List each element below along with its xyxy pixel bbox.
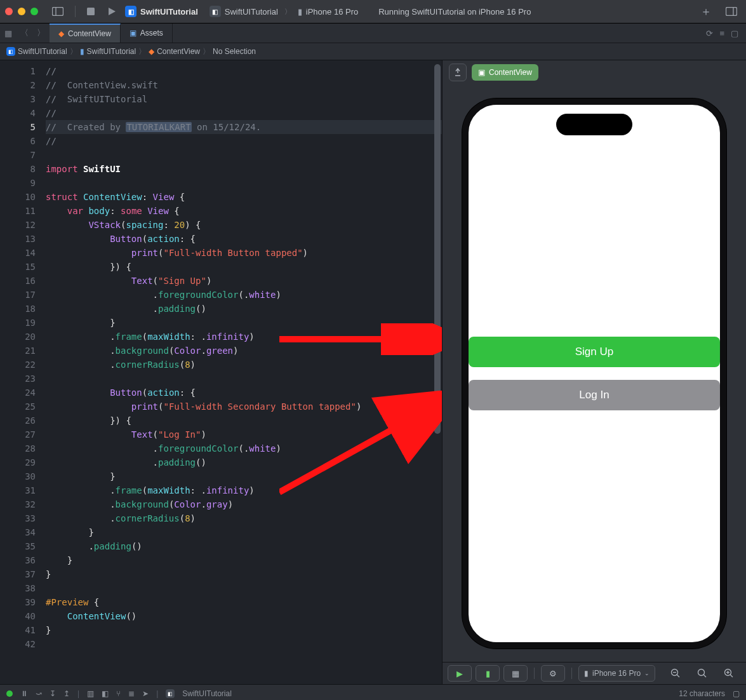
chevron-right-icon: 〉 [203, 46, 210, 57]
preview-toolbar: ▶ ▮ ▦ ⚙ ▮ iPhone 16 Pro ⌄ [443, 662, 746, 684]
library-toggle-icon[interactable] [722, 7, 741, 16]
tab-contentview[interactable]: ◆ ContentView [50, 24, 121, 43]
preview-chip[interactable]: ▣ ContentView [472, 64, 538, 81]
project-title-label: SwiftUITutorial [140, 7, 198, 17]
main-split: 1234567891011121314151617181920212223242… [0, 60, 746, 684]
dynamic-island [556, 114, 632, 135]
build-status-label: Running SwiftUITutorial on iPhone 16 Pro [378, 7, 531, 17]
add-button[interactable]: ＋ [696, 4, 716, 19]
bottom-panel-toggle-icon[interactable]: ▢ [733, 689, 740, 698]
scheme-app-label: SwiftUITutorial [225, 7, 278, 17]
preview-chip-label: ContentView [489, 68, 532, 77]
folder-icon: ▮ [80, 47, 84, 56]
char-count-label: 12 characters [679, 689, 725, 698]
maximize-window-button[interactable] [30, 8, 38, 15]
minimize-window-button[interactable] [18, 8, 25, 15]
debug-target-label[interactable]: SwiftUITutorial [182, 689, 232, 698]
step-into-icon[interactable]: ↧ [50, 689, 56, 698]
device-name: iPhone 16 Pro [592, 669, 641, 678]
preview-chip-icon: ▣ [478, 68, 485, 77]
svg-line-14 [703, 675, 706, 677]
vertical-scrollbar[interactable] [434, 64, 441, 680]
scheme-selector[interactable]: ◧ SwiftUITutorial 〉 ▮ iPhone 16 Pro [210, 6, 358, 17]
svg-rect-0 [53, 8, 63, 16]
step-out-icon[interactable]: ↥ [63, 689, 70, 698]
svg-line-16 [730, 675, 733, 677]
code-editor[interactable]: 1234567891011121314151617181920212223242… [0, 60, 442, 684]
assets-icon: ▣ [130, 29, 137, 37]
project-title[interactable]: ◧ SwiftUITutorial [125, 6, 198, 17]
crumb-folder[interactable]: SwiftUITutorial [87, 47, 137, 56]
scheme-app-icon: ◧ [210, 6, 221, 17]
adjust-editor-icon[interactable]: ≡ [719, 29, 724, 38]
crumb-file[interactable]: ContentView [157, 47, 200, 56]
debug-pause-icon[interactable]: ⏸ [20, 689, 28, 698]
preview-panel: ▣ ContentView Sign Up Log In ▶ ▮ ▦ ⚙ ▮ i… [442, 60, 746, 684]
login-button[interactable]: Log In [469, 380, 720, 410]
tab-assets[interactable]: ▣ Assets [121, 24, 173, 43]
selectable-mode-button[interactable]: ▮ [476, 665, 500, 682]
iphone-frame: Sign Up Log In [462, 98, 726, 649]
line-gutter: 1234567891011121314151617181920212223242… [0, 60, 42, 684]
related-items-icon[interactable]: ▦ [4, 29, 12, 38]
window-controls [5, 8, 38, 15]
debug-target-icon: ◧ [166, 689, 175, 698]
crumb-project[interactable]: SwiftUITutorial [18, 47, 67, 56]
panels-icon[interactable]: ▢ [731, 29, 738, 38]
debug-hierarchy-icon[interactable]: ⑂ [116, 689, 121, 698]
login-label: Log In [579, 389, 609, 401]
project-icon: ◧ [6, 47, 15, 56]
chevron-right-icon: 〉 [138, 46, 146, 57]
tab-label: ContentView [68, 29, 111, 38]
nav-back-icon[interactable]: 〈 [20, 27, 29, 39]
titlebar: ◧ SwiftUITutorial ◧ SwiftUITutorial 〉 ▮ … [0, 0, 746, 24]
zoom-fit-button[interactable] [690, 665, 714, 682]
status-led-icon [6, 690, 13, 697]
app-icon: ◧ [125, 6, 137, 17]
pin-preview-button[interactable] [449, 64, 467, 81]
debug-memory-icon[interactable]: ◧ [102, 689, 109, 698]
preview-canvas[interactable]: Sign Up Log In [443, 84, 746, 662]
tab-bar: ▦ 〈 〉 ◆ ContentView ▣ Assets ⟳ ≡ ▢ [0, 24, 746, 43]
chevron-right-icon: 〉 [284, 7, 291, 17]
device-icon: ▮ [584, 669, 589, 678]
live-preview-button[interactable]: ▶ [448, 665, 472, 682]
debug-layers-icon[interactable]: ≣ [128, 689, 135, 698]
zoom-out-button[interactable] [663, 665, 688, 682]
swift-file-icon: ◆ [149, 47, 154, 56]
svg-marker-3 [109, 8, 116, 15]
device-icon: ▮ [298, 7, 302, 17]
swift-file-icon: ◆ [58, 29, 64, 38]
step-over-icon[interactable]: ⤻ [36, 689, 42, 698]
svg-line-11 [677, 675, 679, 677]
tab-label: Assets [140, 29, 163, 37]
status-bar: ⏸ ⤻ ↧ ↥ | ▥ ◧ ⑂ ≣ ➤ | ◧ SwiftUITutorial … [0, 684, 746, 700]
code-area[interactable]: //// ContentView.swift// SwiftUITutorial… [42, 60, 442, 684]
close-window-button[interactable] [5, 8, 13, 15]
run-button[interactable] [103, 7, 120, 16]
chevron-down-icon: ⌄ [644, 670, 649, 676]
crumb-selection[interactable]: No Selection [213, 47, 256, 56]
scheme-device-label: iPhone 16 Pro [306, 7, 358, 17]
device-dropdown[interactable]: ▮ iPhone 16 Pro ⌄ [578, 665, 655, 682]
zoom-in-button[interactable] [717, 665, 741, 682]
svg-rect-2 [87, 8, 95, 15]
signup-label: Sign Up [575, 346, 613, 358]
breadcrumb: ◧ SwiftUITutorial 〉 ▮ SwiftUITutorial 〉 … [0, 43, 746, 60]
stop-button[interactable] [83, 8, 98, 15]
svg-rect-4 [726, 8, 737, 16]
device-settings-button[interactable]: ⚙ [541, 665, 565, 682]
nav-forward-icon[interactable]: 〉 [37, 27, 45, 39]
signup-button[interactable]: Sign Up [469, 337, 720, 367]
debug-location-icon[interactable]: ➤ [142, 689, 149, 698]
chevron-right-icon: 〉 [70, 46, 77, 57]
variants-button[interactable]: ▦ [503, 665, 528, 682]
sidebar-toggle-icon[interactable] [48, 7, 67, 16]
refresh-icon[interactable]: ⟳ [706, 29, 713, 38]
debug-view-icon[interactable]: ▥ [87, 689, 94, 698]
